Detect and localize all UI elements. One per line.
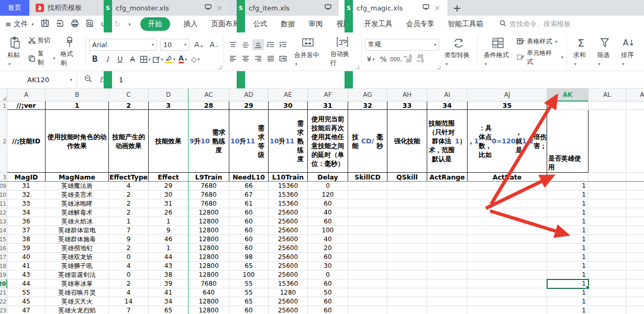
cell-AI3[interactable]: ActRange [427,173,468,182]
row-header-118[interactable]: 118 [0,262,7,271]
cell-AG118[interactable] [348,262,387,271]
increase-indent-button[interactable] [277,39,289,50]
cell-AE116[interactable]: 25600 [269,244,308,253]
cell-D113[interactable]: 1 [149,217,188,226]
cell-AM121[interactable] [626,288,644,297]
cell-AE119[interactable]: 25600 [269,271,308,279]
cell-B123[interactable]: 英雄火龙烈焰 [46,306,109,314]
cell-AM113[interactable] [626,217,644,226]
export-pdf-icon[interactable] [56,19,64,29]
type-convert-button[interactable]: 类型转换▾ [441,32,476,71]
cell-AI2[interactable]: 技能范围（只针对群体法术，范围默认是1） [427,110,468,173]
cell-AC118[interactable]: 12800 [188,262,229,271]
command-search[interactable]: 查找命令、搜索模板 [499,19,571,29]
cell-AD122[interactable]: 65 [229,297,269,306]
cell-D109[interactable]: 29 [149,182,188,190]
cell-AK123[interactable]: 1 [547,306,589,314]
cell-AC1[interactable]: 28 [188,102,229,110]
cell-AL123[interactable] [589,306,626,314]
cell-AC122[interactable]: 12800 [188,297,229,306]
column-header-C[interactable]: C [109,88,149,102]
cell-A109[interactable]: 31 [7,182,46,190]
cell-B111[interactable]: 英雄冰咆哮 [46,199,109,208]
close-tab-icon[interactable]: × [215,4,224,12]
cell-AM123[interactable] [626,306,644,314]
monitor-icon[interactable] [325,4,331,12]
cell-AF119[interactable]: 0 [308,271,348,279]
customize-toolbar-icon[interactable]: ▾ [128,22,130,27]
cell-C114[interactable]: 7 [109,226,149,235]
cell-AH109[interactable] [387,182,427,190]
cell-AF116[interactable]: 20 [308,244,348,253]
ribbon-tab-pagelayout[interactable]: 页面布局 [212,19,240,29]
formula-input[interactable]: 1 [114,71,123,88]
cell-AJ1[interactable]: 35 [468,102,547,110]
cell-AH112[interactable] [387,208,427,217]
cell-AK121[interactable]: 1 [547,288,589,297]
ribbon-tab-formulas[interactable]: 公式 [253,19,268,29]
cell-D110[interactable]: 30 [149,190,188,199]
cell-AJ120[interactable] [468,279,547,288]
cell-C123[interactable]: 7 [109,306,149,314]
row-header-3[interactable]: 3 [0,173,7,182]
cell-A114[interactable]: 37 [7,226,46,235]
cell-AD2[interactable]: 10升11需求等级 [229,110,269,173]
cell-AE120[interactable]: 15360 [269,279,308,288]
cell-AG1[interactable]: 32 [348,102,387,110]
cell-AF1[interactable]: 31 [308,102,348,110]
cell-AM116[interactable] [626,244,644,253]
cell-AD118[interactable]: 65 [229,262,269,271]
cell-AH123[interactable] [387,306,427,314]
number-dialog-launcher[interactable] [437,65,440,69]
column-header-AK[interactable]: AK [547,88,589,102]
cell-AH115[interactable] [387,235,427,244]
cell-D2[interactable]: 技能效果 [149,110,188,173]
ribbon-tab-smart-toolbox[interactable]: 智能工具箱 [448,19,484,29]
cell-AF117[interactable]: 60 [308,253,348,262]
row-header-121[interactable]: 121 [0,288,7,297]
increase-font-button[interactable]: A+ [193,40,205,49]
ribbon-tab-home[interactable]: 开始 [140,17,170,31]
cell-AK1[interactable] [547,102,589,110]
cell-AG2[interactable]: 技能CD/毫秒 [348,110,387,173]
cell-B122[interactable]: 英雄灭天火 [46,297,109,306]
cell-AJ123[interactable] [468,306,547,314]
bold-button[interactable]: B [89,54,101,65]
tab-docer-templates[interactable]: 找稻壳模板 [29,0,97,16]
cell-AI112[interactable] [427,208,468,217]
cell-AH120[interactable] [387,279,427,288]
zoom-out-icon[interactable] [84,75,92,84]
cell-C111[interactable]: 2 [109,199,149,208]
cell-AI119[interactable] [427,271,468,279]
sum-button[interactable]: Σ 求和▾ [570,36,592,68]
cell-AI123[interactable] [427,306,468,314]
cell-AF109[interactable]: 0 [308,182,348,190]
cell-A110[interactable]: 32 [7,190,46,199]
cell-AG112[interactable] [348,208,387,217]
cell-A118[interactable]: 41 [7,262,46,271]
cell-AF123[interactable]: 60 [308,306,348,314]
cell-AM110[interactable] [626,190,644,199]
cell-AL118[interactable] [589,262,626,271]
cell-AE3[interactable]: L10Train [269,173,308,182]
cell-B117[interactable]: 英雄双龙斩 [46,253,109,262]
row-header-114[interactable]: 114 [0,226,7,235]
row-header-115[interactable]: 115 [0,235,7,244]
cell-AD111[interactable]: 61 [229,199,269,208]
cell-AL114[interactable] [589,226,626,235]
cell-AH116[interactable] [387,244,427,253]
cell-AD1[interactable]: 29 [229,102,269,110]
cell-AH118[interactable] [387,262,427,271]
cell-AD114[interactable]: 60 [229,226,269,235]
column-header-AD[interactable]: AD [229,88,269,102]
column-header-A[interactable]: A [7,88,46,102]
cell-AL113[interactable] [589,217,626,226]
cell-AC114[interactable]: 12800 [188,226,229,235]
cell-AE112[interactable]: 25600 [269,208,308,217]
cell-B110[interactable]: 英雄圣言术 [46,190,109,199]
cell-AD121[interactable]: 55 [229,288,269,297]
cell-style-button[interactable]: 单元格样式▾ [517,49,563,66]
cell-AC123[interactable]: 12800 [188,306,229,314]
row-header-116[interactable]: 116 [0,244,7,253]
cell-AL119[interactable] [589,271,626,279]
